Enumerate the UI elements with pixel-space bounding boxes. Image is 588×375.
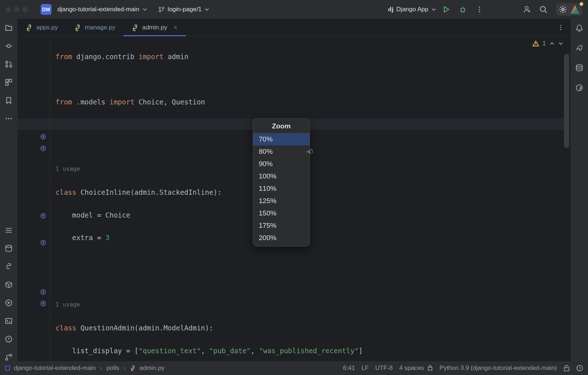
svg-rect-14	[6, 79, 8, 82]
todo-tool-icon[interactable]	[5, 226, 13, 234]
svg-point-10	[7, 45, 10, 48]
svg-point-17	[5, 118, 7, 119]
vcs-branch-selector[interactable]: login-page/1	[158, 6, 210, 13]
vcs-tool-icon[interactable]	[5, 353, 13, 361]
project-selector[interactable]: django-tutorial-extended-main	[57, 6, 147, 13]
zoom-option-80[interactable]: 80%	[253, 145, 310, 158]
svg-point-27	[576, 65, 583, 67]
override-up-icon[interactable]	[40, 238, 46, 244]
packages-tool-icon[interactable]	[5, 281, 13, 289]
tab-admin[interactable]: admin.py ✕	[123, 19, 186, 36]
zoom-option-125[interactable]: 125%	[253, 195, 310, 207]
window-controls	[6, 7, 28, 12]
svg-point-21	[7, 264, 8, 265]
settings-button[interactable]	[556, 3, 582, 16]
indent-setting[interactable]: 4 spaces	[399, 364, 433, 372]
database-right-icon[interactable]	[575, 64, 583, 74]
svg-point-13	[10, 65, 12, 67]
file-encoding[interactable]: UTF-8	[375, 364, 393, 372]
override-up-icon[interactable]	[40, 132, 46, 139]
breadcrumb-file[interactable]: admin.py	[139, 364, 164, 372]
zoom-option-175[interactable]: 175%	[253, 219, 310, 232]
database-tool-icon[interactable]	[5, 244, 13, 252]
zoom-option-90[interactable]: 90%	[253, 158, 310, 170]
svg-point-31	[560, 29, 561, 30]
svg-point-4	[479, 7, 480, 8]
warning-count: 1	[543, 40, 546, 47]
chevron-up-icon[interactable]	[550, 41, 555, 46]
project-tool-icon[interactable]	[5, 24, 13, 32]
terminal-tool-icon[interactable]	[5, 317, 13, 325]
left-toolwindow-bar	[0, 19, 17, 361]
tab-more-icon[interactable]	[551, 19, 571, 36]
branch-name: login-page/1	[168, 6, 202, 13]
chevron-down-icon	[204, 7, 209, 12]
svg-point-7	[525, 7, 528, 9]
svg-rect-38	[5, 366, 10, 370]
breadcrumb-separator: ›	[99, 364, 103, 372]
override-up-icon[interactable]	[40, 287, 46, 294]
titlebar: DM django-tutorial-extended-main login-p…	[0, 0, 588, 19]
zoom-option-100[interactable]: 100%	[253, 170, 310, 182]
debug-button[interactable]	[459, 5, 467, 13]
inspection-widget[interactable]: 1	[532, 40, 563, 47]
run-config-selector[interactable]: dj Django App	[388, 6, 436, 13]
svg-point-2	[162, 7, 164, 9]
tab-apps[interactable]: apps.py	[17, 19, 66, 36]
svg-rect-39	[428, 367, 432, 370]
zoom-option-150[interactable]: 150%	[253, 207, 310, 219]
svg-point-28	[576, 85, 583, 91]
pull-requests-icon[interactable]	[5, 60, 13, 68]
svg-point-9	[562, 8, 564, 11]
override-up-icon[interactable]	[40, 144, 46, 150]
svg-point-6	[479, 11, 480, 12]
code-with-me-icon[interactable]	[523, 5, 531, 13]
breadcrumb-root[interactable]: django-tutorial-extended-main	[14, 364, 96, 372]
caret-position[interactable]: 6:41	[343, 364, 355, 372]
override-up-icon[interactable]	[40, 299, 46, 305]
python-interpreter[interactable]: Python 3.9 (django-tutorial-extended-mai…	[440, 364, 557, 372]
bookmarks-tool-icon[interactable]	[5, 96, 13, 104]
commit-tool-icon[interactable]	[5, 42, 13, 50]
status-problems-icon[interactable]	[576, 365, 583, 371]
problems-tool-icon[interactable]	[5, 335, 13, 343]
zoom-popup-title: Zoom	[253, 119, 310, 133]
chevron-down-icon[interactable]	[558, 41, 563, 46]
more-actions-icon[interactable]	[475, 5, 483, 13]
run-button[interactable]	[442, 5, 450, 13]
traffic-maximize[interactable]	[23, 7, 28, 12]
traffic-minimize[interactable]	[14, 7, 19, 12]
override-up-icon[interactable]	[40, 211, 46, 218]
zoom-option-200[interactable]: 200%	[253, 232, 310, 244]
svg-rect-15	[9, 79, 12, 82]
svg-point-8	[540, 7, 546, 12]
zoom-option-110[interactable]: 110%	[253, 182, 310, 195]
tab-label: apps.py	[36, 24, 58, 31]
svg-point-29	[560, 25, 561, 26]
readonly-toggle-icon[interactable]	[563, 365, 570, 371]
chevron-down-icon	[142, 7, 147, 12]
project-badge: DM	[41, 4, 52, 15]
more-tool-icon[interactable]	[5, 115, 13, 123]
line-separator[interactable]: LF	[362, 364, 369, 372]
close-tab-icon[interactable]: ✕	[173, 24, 178, 31]
lock-icon	[427, 365, 433, 371]
tab-manage[interactable]: manage.py	[66, 19, 123, 36]
services-tool-icon[interactable]	[5, 299, 13, 307]
search-everywhere-icon[interactable]	[539, 5, 547, 13]
gear-icon	[559, 5, 567, 13]
svg-point-30	[560, 27, 561, 28]
zoom-option-70[interactable]: 70%	[253, 133, 310, 145]
tab-label: admin.py	[142, 24, 167, 31]
structure-tool-icon[interactable]	[5, 78, 13, 86]
svg-point-11	[6, 61, 8, 63]
traffic-close[interactable]	[6, 7, 11, 12]
editor-scrollbar[interactable]	[564, 54, 569, 148]
python-file-icon	[131, 24, 139, 31]
notifications-tool-icon[interactable]	[575, 24, 583, 34]
endpoints-tool-icon[interactable]	[575, 84, 583, 94]
ai-assistant-icon[interactable]	[575, 44, 583, 54]
python-console-icon[interactable]	[5, 263, 13, 271]
zoom-popup: Zoom 70% 80% 90% 100% 110% 125% 150% 175…	[253, 118, 310, 247]
breadcrumb-folder[interactable]: polls	[107, 364, 119, 372]
